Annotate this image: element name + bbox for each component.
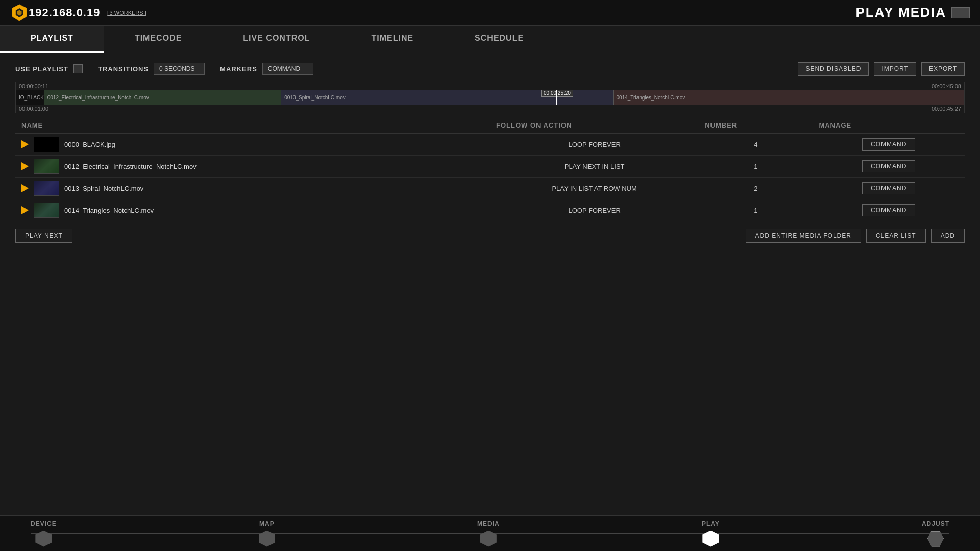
command-button[interactable]: COMMAND	[862, 160, 915, 172]
add-entire-media-folder-button[interactable]: ADD ENTIRE MEDIA FOLDER	[746, 229, 861, 243]
command-button[interactable]: COMMAND	[862, 138, 915, 151]
table-row: 0014_Triangles_NotchLC.mov LOOP FOREVER1…	[15, 199, 965, 221]
timeline-track[interactable]: IO_BLACK 0012_Electrical_Infrastructure_…	[16, 90, 964, 105]
step-device-dot	[35, 531, 52, 547]
track-seg-black: IO_BLACK	[16, 90, 44, 105]
command-button[interactable]: COMMAND	[862, 182, 915, 194]
col-header-number: NUMBER	[699, 117, 813, 134]
row-manage: COMMAND	[813, 134, 965, 156]
row-thumbnail	[34, 137, 59, 152]
timeline-start-time: 00:00:00:11	[19, 83, 48, 89]
play-media-label: PLAY MEDIA	[856, 5, 947, 20]
content-area: USE PLAYLIST TRANSITIONS 0 SECONDS MARKE…	[0, 53, 980, 243]
app-logo	[10, 4, 29, 22]
row-thumbnail	[34, 203, 59, 218]
tab-timeline[interactable]: TIMELINE	[340, 26, 444, 53]
nav-step-device[interactable]: DEVICE	[31, 520, 57, 547]
row-action: PLAY IN LIST AT ROW NUM	[490, 178, 699, 199]
row-action: LOOP FOREVER	[490, 134, 699, 156]
table-row: 0000_BLACK.jpg LOOP FOREVER4COMMAND	[15, 134, 965, 156]
row-number: 1	[699, 156, 813, 178]
header: 192.168.0.19 [ 3 WORKERS ] PLAY MEDIA	[0, 0, 980, 26]
nav-step-play[interactable]: PLAY	[702, 520, 720, 547]
markers-label: MARKERS	[220, 65, 257, 73]
row-play-button[interactable]	[21, 162, 29, 170]
row-action: LOOP FOREVER	[490, 199, 699, 221]
timeline-times-bottom: 00:00:01:00 00:00:45:27	[16, 105, 964, 113]
step-adjust-label: ADJUST	[922, 520, 949, 528]
timeline-marker	[556, 90, 557, 105]
markers-input[interactable]: COMMAND	[262, 63, 313, 75]
tab-schedule[interactable]: SCHEDULE	[444, 26, 554, 53]
step-play-label: PLAY	[702, 520, 720, 528]
step-media-dot	[480, 531, 497, 547]
timeline-end2: 00:00:45:27	[932, 106, 961, 112]
row-thumbnail	[34, 159, 59, 174]
row-action: PLAY NEXT IN LIST	[490, 156, 699, 178]
row-manage: COMMAND	[813, 156, 965, 178]
row-number: 1	[699, 199, 813, 221]
row-number: 2	[699, 178, 813, 199]
row-filename: 0014_Triangles_NotchLC.mov	[64, 207, 154, 214]
tab-timecode[interactable]: TIMECODE	[104, 26, 212, 53]
use-playlist-label: USE PLAYLIST	[15, 65, 68, 73]
ip-address: 192.168.0.19	[29, 6, 100, 19]
nav-step-media[interactable]: MEDIA	[477, 520, 500, 547]
send-disabled-button[interactable]: SEND DISABLED	[798, 62, 869, 76]
col-header-action: FOLLOW ON ACTION	[490, 117, 699, 134]
step-device-label: DEVICE	[31, 520, 57, 528]
import-button[interactable]: IMPORT	[874, 62, 916, 76]
nav-steps: DEVICE MAP MEDIA PLAY ADJUST	[31, 520, 949, 547]
track-seg-electrical: 0012_Electrical_Infrastructure_NotchLC.m…	[44, 90, 282, 105]
clear-list-button[interactable]: CLEAR LIST	[866, 229, 926, 243]
bottom-nav: DEVICE MAP MEDIA PLAY ADJUST	[0, 515, 980, 551]
play-next-button[interactable]: PLAY NEXT	[15, 229, 72, 243]
timeline-start2: 00:00:01:00	[19, 106, 48, 112]
play-media-toggle[interactable]	[951, 7, 970, 18]
tab-playlist[interactable]: PLAYLIST	[0, 26, 104, 53]
playlist-table: NAME FOLLOW ON ACTION NUMBER MANAGE 0000…	[15, 117, 965, 221]
row-filename: 0012_Electrical_Infrastructure_NotchLC.m…	[64, 163, 197, 170]
timeline-area: 00:00:00:11 00:00:45:08 IO_BLACK 0012_El…	[15, 82, 965, 113]
timeline-times-top: 00:00:00:11 00:00:45:08	[16, 82, 964, 90]
use-playlist-checkbox[interactable]	[74, 64, 83, 73]
timeline-end-time: 00:00:45:08	[932, 83, 961, 89]
step-adjust-dot	[927, 531, 944, 547]
nav-step-map[interactable]: MAP	[259, 520, 275, 547]
export-button[interactable]: EXPORT	[921, 62, 965, 76]
col-header-manage: MANAGE	[813, 117, 965, 134]
table-row: 0012_Electrical_Infrastructure_NotchLC.m…	[15, 156, 965, 178]
workers-label[interactable]: [ 3 WORKERS ]	[106, 10, 146, 16]
row-thumbnail	[34, 181, 59, 196]
add-button[interactable]: ADD	[931, 229, 965, 243]
step-map-dot	[259, 531, 275, 547]
step-play-dot	[702, 531, 719, 547]
action-row: PLAY NEXT ADD ENTIRE MEDIA FOLDER CLEAR …	[15, 229, 965, 243]
row-filename: 0013_Spiral_NotchLC.mov	[64, 185, 143, 192]
table-row: 0013_Spiral_NotchLC.mov PLAY IN LIST AT …	[15, 178, 965, 199]
row-filename: 0000_BLACK.jpg	[64, 141, 115, 148]
row-manage: COMMAND	[813, 178, 965, 199]
table-header-row: NAME FOLLOW ON ACTION NUMBER MANAGE	[15, 117, 965, 134]
step-media-label: MEDIA	[477, 520, 500, 528]
track-seg-triangles: 0014_Triangles_NotchLC.mov	[614, 90, 964, 105]
step-map-label: MAP	[259, 520, 275, 528]
nav-tabs: PLAYLIST TIMECODE LIVE CONTROL TIMELINE …	[0, 26, 980, 53]
col-header-name: NAME	[15, 117, 490, 134]
row-play-button[interactable]	[21, 184, 29, 192]
nav-step-adjust[interactable]: ADJUST	[922, 520, 949, 547]
transitions-input[interactable]: 0 SECONDS	[154, 63, 205, 75]
toolbar-row: USE PLAYLIST TRANSITIONS 0 SECONDS MARKE…	[15, 62, 965, 76]
row-number: 4	[699, 134, 813, 156]
row-play-button[interactable]	[21, 140, 29, 148]
row-play-button[interactable]	[21, 206, 29, 214]
transitions-label: TRANSITIONS	[98, 65, 149, 73]
command-button[interactable]: COMMAND	[862, 204, 915, 216]
row-manage: COMMAND	[813, 199, 965, 221]
tab-live-control[interactable]: LIVE CONTROL	[212, 26, 340, 53]
